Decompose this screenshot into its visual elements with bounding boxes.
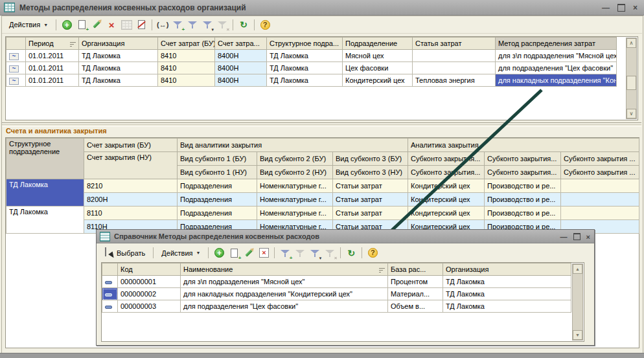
filter-history-icon[interactable]: ▼ [201, 18, 214, 31]
cell-struct-selected[interactable]: ТД Лакомка [6, 179, 84, 207]
cell-organization[interactable]: ТД Лакомка [443, 276, 571, 288]
cell-struct[interactable]: ТД Лакомка [267, 50, 343, 62]
delete-icon[interactable]: × [257, 247, 270, 260]
col-closing-account-bu[interactable]: Счет закрытия (БУ) [84, 139, 178, 152]
col-cost-item[interactable]: Статья затрат [413, 38, 496, 50]
select-button[interactable]: Выбрать [101, 247, 149, 259]
cell-period[interactable]: 01.01.2011 [26, 74, 79, 87]
add-copy-icon[interactable]: + [227, 247, 240, 260]
col-department[interactable]: Подразделение [343, 38, 413, 50]
cell-struct[interactable]: ТД Лакомка [267, 74, 343, 87]
cell-subkonto1[interactable]: Подразделения [178, 179, 257, 193]
cell-account-nu[interactable]: 8400Н [215, 74, 267, 87]
scroll-down-button[interactable]: ▼ [573, 330, 582, 340]
section-splitter[interactable] [2, 122, 641, 127]
record-marker-cell[interactable]: ~ [6, 50, 26, 62]
minimize-icon[interactable]: — [602, 3, 610, 12]
col-closing-sub3[interactable]: Субконто закрытия ... [561, 166, 639, 179]
item-marker-cell[interactable] [102, 276, 118, 288]
scroll-up-button[interactable]: ∧ [627, 38, 636, 48]
cell-closing-sub1[interactable]: Кондитерский цех [408, 193, 485, 207]
scroll-down-button[interactable]: ∨ [627, 109, 636, 118]
popup-vscrollbar[interactable]: ▲ ▼ [572, 263, 583, 341]
cell-subkonto3[interactable]: Статьи затрат [333, 179, 408, 193]
cell-closing-sub2[interactable]: Производство и ре... [485, 179, 561, 193]
col-subkonto3-nu[interactable]: Вид субконто 3 (НУ) [333, 166, 408, 179]
clear-filter-icon[interactable]: × [216, 18, 229, 31]
col-account-nu[interactable]: Счет затра... [215, 38, 267, 50]
record-marker-cell[interactable]: ~ [6, 74, 26, 87]
minimize-icon[interactable]: — [560, 233, 568, 241]
refresh-icon[interactable]: ↻ [345, 247, 358, 260]
close-icon[interactable]: × [586, 233, 590, 241]
cell-closing-sub2[interactable]: Производство и ре... [485, 207, 561, 220]
cell-closing-sub3[interactable] [561, 179, 639, 193]
cell-department[interactable]: Цех фасовки [343, 62, 413, 74]
cell-method[interactable]: для з\п подразделения "Мясной цех" [496, 50, 617, 62]
cell-account[interactable]: 8200Н [84, 193, 178, 207]
cell-subkonto2[interactable]: Номенклатурные г... [257, 193, 333, 207]
item-marker-cell-selected[interactable] [102, 288, 118, 300]
cell-period[interactable]: 01.01.2011 [26, 62, 79, 74]
actions-button[interactable]: Действия ▼ [5, 19, 52, 30]
cell-name[interactable]: для накладных подразделения "Кондитерски… [181, 288, 388, 300]
cell-closing-sub3[interactable] [561, 193, 639, 207]
header-marker[interactable] [102, 263, 118, 276]
filter-history-icon[interactable]: ▼ [308, 247, 321, 260]
delete-icon[interactable]: × [105, 18, 118, 31]
col-period[interactable]: Период [26, 38, 79, 50]
cell-organization[interactable]: ТД Лакомка [79, 74, 158, 87]
cell-organization[interactable]: ТД Лакомка [79, 50, 158, 62]
interval-icon[interactable]: (↔) [156, 18, 169, 31]
edit-icon[interactable] [242, 247, 255, 260]
col-struct-dept[interactable]: Структурное подразделение [6, 139, 84, 179]
cell-base[interactable]: Материал... [388, 288, 443, 300]
help-icon[interactable]: ? [366, 247, 379, 260]
add-copy-icon[interactable]: + [75, 18, 88, 31]
cell-name[interactable]: для подразделения "Цех фасовки" [181, 300, 388, 313]
col-organization[interactable]: Организация [79, 38, 158, 50]
col-subkonto1-bu[interactable]: Вид субконто 1 (БУ) [178, 152, 257, 166]
maximize-icon[interactable] [617, 4, 625, 12]
cell-struct[interactable]: ТД Лакомка [6, 207, 84, 234]
main-vscrollbar[interactable]: ∧ ∨ [626, 38, 637, 119]
filter-sort-icon[interactable]: + [171, 18, 184, 31]
scroll-thumb[interactable] [627, 76, 636, 90]
col-method[interactable]: Метод распределения затрат [496, 38, 617, 50]
col-subkonto1-nu[interactable]: Вид субконто 1 (НУ) [178, 166, 257, 179]
col-subkonto2-bu[interactable]: Вид субконто 2 (БУ) [257, 152, 333, 166]
col-struct[interactable]: Структурное подра... [267, 38, 343, 50]
add-icon[interactable]: + [213, 247, 225, 260]
col-closing-sub1[interactable]: Субконто закрытия... [408, 166, 485, 179]
col-closing-sub2[interactable]: Субконто закрытия... [485, 152, 561, 166]
col-subkonto2-nu[interactable]: Вид субконто 2 (НУ) [257, 166, 333, 179]
cell-subkonto1[interactable]: Подразделения [178, 207, 257, 220]
cell-code[interactable]: 000000003 [118, 300, 181, 313]
filter-by-value-icon[interactable] [293, 247, 306, 260]
col-base[interactable]: База рас... [388, 263, 443, 276]
cell-base[interactable]: Процентом [388, 276, 443, 288]
refresh-icon[interactable]: ↻ [237, 18, 250, 31]
cell-closing-sub1[interactable]: Кондитерский цех [408, 179, 485, 193]
cell-closing-sub3[interactable] [561, 207, 639, 220]
col-closing-sub1[interactable]: Субконто закрытия... [408, 152, 485, 166]
record-marker-cell[interactable]: ~ [6, 62, 26, 74]
scroll-up-button[interactable]: ▲ [573, 264, 582, 274]
filter-by-value-icon[interactable] [186, 18, 199, 31]
cell-organization[interactable]: ТД Лакомка [79, 62, 158, 74]
cell-name[interactable]: для з\п подразделения "Мясной цех" [181, 276, 388, 288]
actions-button[interactable]: Действия ▼ [157, 248, 204, 258]
cell-account-nu[interactable]: 8400Н [215, 50, 267, 62]
cell-subkonto3[interactable]: Статьи затрат [333, 207, 408, 220]
cell-account-bu[interactable]: 8410 [158, 50, 215, 62]
cell-cost-item[interactable]: Тепловая энергия [413, 74, 496, 87]
cell-organization[interactable]: ТД Лакомка [443, 300, 571, 313]
cell-struct[interactable]: ТД Лакомка [267, 62, 343, 74]
close-icon[interactable]: × [633, 3, 638, 12]
col-name[interactable]: Наименование [181, 263, 388, 276]
item-marker-cell[interactable] [102, 300, 118, 313]
cell-cost-item[interactable] [413, 50, 496, 62]
cell-department[interactable]: Кондитерский цех [343, 74, 413, 87]
cell-code[interactable]: 000000002 [118, 288, 181, 300]
cell-account-nu[interactable]: 8400Н [215, 62, 267, 74]
